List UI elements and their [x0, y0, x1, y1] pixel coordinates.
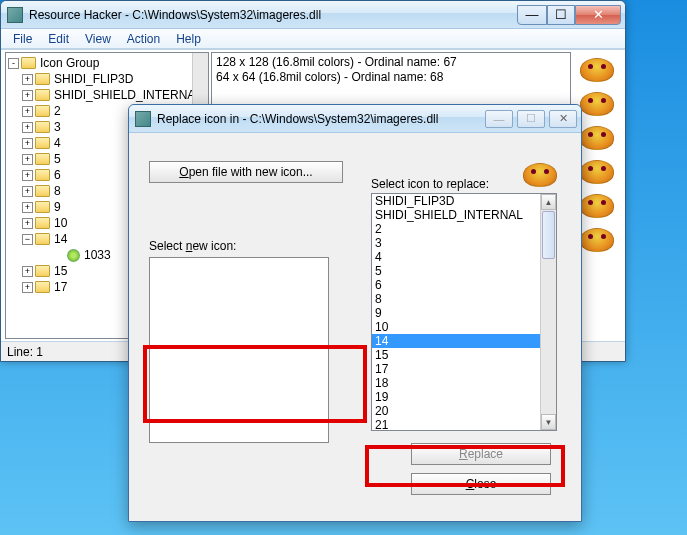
tree-expand-icon[interactable]: + — [22, 74, 33, 85]
tree-item-label: 8 — [54, 184, 61, 198]
listbox-item[interactable]: 3 — [372, 236, 556, 250]
listbox-item[interactable]: 19 — [372, 390, 556, 404]
folder-icon — [35, 217, 50, 229]
minimize-button[interactable]: — — [517, 5, 547, 25]
scroll-down-icon[interactable]: ▼ — [541, 414, 556, 430]
tree-expand-icon[interactable]: + — [22, 170, 33, 181]
folder-icon — [35, 265, 50, 277]
folder-icon — [35, 73, 50, 85]
folder-icon — [35, 201, 50, 213]
listbox-item[interactable]: 10 — [372, 320, 556, 334]
dialog-maximize-button: ☐ — [517, 110, 545, 128]
folder-icon — [35, 281, 50, 293]
scroll-thumb[interactable] — [542, 211, 555, 259]
tree-expand-icon[interactable]: + — [22, 138, 33, 149]
icon-thumb — [580, 194, 614, 218]
main-titlebar[interactable]: Resource Hacker - C:\Windows\System32\im… — [1, 1, 625, 29]
listbox-item[interactable]: 15 — [372, 348, 556, 362]
tree-item-label: 15 — [54, 264, 67, 278]
listbox-item[interactable]: 4 — [372, 250, 556, 264]
annotation-highlight — [143, 345, 367, 423]
app-icon — [135, 111, 151, 127]
listbox-item[interactable]: 18 — [372, 376, 556, 390]
tree-item-label: 4 — [54, 136, 61, 150]
scroll-up-icon[interactable]: ▲ — [541, 194, 556, 210]
window-title: Resource Hacker - C:\Windows\System32\im… — [29, 8, 517, 22]
open-file-button[interactable]: Open file with new icon... — [149, 161, 343, 183]
icon-thumb — [580, 160, 614, 184]
tree-expand-icon[interactable]: + — [22, 282, 33, 293]
tree-item-label: 9 — [54, 200, 61, 214]
tree-item[interactable]: +SHIDI_SHIELD_INTERNAL — [8, 87, 208, 103]
dialog-minimize-button: — — [485, 110, 513, 128]
tree-leaf-label: 1033 — [84, 248, 111, 262]
tree-collapse-icon[interactable]: - — [8, 58, 19, 69]
tree-item-label: 14 — [54, 232, 67, 246]
listbox-item[interactable]: 5 — [372, 264, 556, 278]
folder-icon — [35, 185, 50, 197]
menu-view[interactable]: View — [77, 30, 119, 48]
icon-thumb — [580, 58, 614, 82]
menu-edit[interactable]: Edit — [40, 30, 77, 48]
tree-item[interactable]: +SHIDI_FLIP3D — [8, 71, 208, 87]
tree-expand-icon[interactable]: + — [22, 202, 33, 213]
listbox-item[interactable]: SHIDI_SHIELD_INTERNAL — [372, 208, 556, 222]
select-new-icon-label: Select new icon: — [149, 239, 343, 253]
icon-thumb — [580, 92, 614, 116]
folder-icon — [35, 105, 50, 117]
menubar: File Edit View Action Help — [1, 29, 625, 49]
dialog-titlebar[interactable]: Replace icon in - C:\Windows\System32\im… — [129, 105, 581, 133]
listbox-item[interactable]: SHIDI_FLIP3D — [372, 194, 556, 208]
close-window-button[interactable]: ✕ — [575, 5, 621, 25]
tree-item-label: 17 — [54, 280, 67, 294]
tree-expand-icon[interactable]: + — [22, 122, 33, 133]
listbox-item[interactable]: 21 — [372, 418, 556, 431]
listbox-item[interactable]: 17 — [372, 362, 556, 376]
maximize-button[interactable]: ☐ — [547, 5, 575, 25]
dialog-title: Replace icon in - C:\Windows\System32\im… — [157, 112, 485, 126]
tree-item-label: 3 — [54, 120, 61, 134]
tree-expand-icon[interactable]: + — [22, 90, 33, 101]
select-replace-label: Select icon to replace: — [371, 177, 561, 191]
resource-leaf-icon — [67, 249, 80, 262]
folder-icon — [35, 169, 50, 181]
tree-expand-icon[interactable]: + — [22, 106, 33, 117]
menu-help[interactable]: Help — [168, 30, 209, 48]
folder-icon — [21, 57, 36, 69]
dialog-close-x-button[interactable]: ✕ — [549, 110, 577, 128]
status-text: Line: 1 — [7, 345, 43, 359]
listbox-item[interactable]: 9 — [372, 306, 556, 320]
listbox-scrollbar[interactable]: ▲ ▼ — [540, 194, 556, 430]
tree-expand-icon[interactable]: + — [22, 218, 33, 229]
folder-icon — [35, 153, 50, 165]
tree-expand-icon[interactable]: + — [22, 154, 33, 165]
icon-replace-listbox[interactable]: SHIDI_FLIP3DSHIDI_SHIELD_INTERNAL2345689… — [371, 193, 557, 431]
icon-thumb — [580, 126, 614, 150]
listbox-item[interactable]: 20 — [372, 404, 556, 418]
folder-icon — [35, 121, 50, 133]
folder-icon — [35, 89, 50, 101]
tree-item-label: 10 — [54, 216, 67, 230]
tree-item-label: 5 — [54, 152, 61, 166]
tree-item-label: SHIDI_SHIELD_INTERNAL — [54, 88, 202, 102]
listbox-item[interactable]: 14 — [372, 334, 556, 348]
menu-action[interactable]: Action — [119, 30, 168, 48]
tree-item-label: 6 — [54, 168, 61, 182]
annotation-highlight — [365, 445, 565, 487]
tree-expand-icon[interactable]: + — [22, 186, 33, 197]
folder-icon — [35, 233, 50, 245]
menu-file[interactable]: File — [5, 30, 40, 48]
listbox-item[interactable]: 8 — [372, 292, 556, 306]
tree-expand-icon[interactable]: + — [22, 266, 33, 277]
replace-icon-dialog: Replace icon in - C:\Windows\System32\im… — [128, 104, 582, 522]
tree-item-label: SHIDI_FLIP3D — [54, 72, 133, 86]
listbox-item[interactable]: 2 — [372, 222, 556, 236]
tree-item-label: 2 — [54, 104, 61, 118]
listbox-item[interactable]: 6 — [372, 278, 556, 292]
tree-root-label: Icon Group — [40, 56, 99, 70]
app-icon — [7, 7, 23, 23]
tree-expand-icon[interactable]: − — [22, 234, 33, 245]
folder-icon — [35, 137, 50, 149]
icon-thumb — [580, 228, 614, 252]
